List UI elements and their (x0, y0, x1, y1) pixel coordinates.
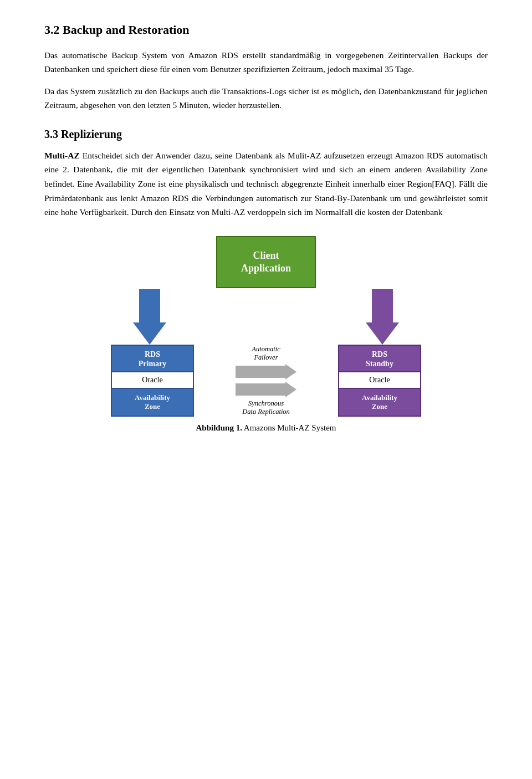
failover-arrow-stem (236, 366, 285, 378)
diagram-caption: Abbildung 1. Amazons Multi-AZ System (196, 423, 336, 433)
sync-arrow-head (285, 382, 296, 397)
multi-az-label: Multi-AZ (44, 151, 80, 160)
sync-label: Synchronous Data Replication (242, 399, 290, 416)
sync-arrow (236, 382, 296, 397)
paragraph-1: Das automatische Backup System von Amazo… (44, 48, 488, 76)
failover-arrow (236, 364, 296, 380)
rds-standby-oracle: Oracle (338, 372, 421, 388)
caption-text: Amazons Multi-AZ System (244, 423, 336, 432)
rds-standby-zone: AvailabilityZone (338, 388, 421, 417)
left-arrow-col (127, 289, 172, 345)
rds-primary-zone: AvailabilityZone (111, 388, 194, 417)
blue-arrow-head (133, 322, 166, 345)
section-title: 3.2 Backup and Restoration (44, 22, 488, 38)
purple-arrow-stem (372, 289, 393, 322)
failover-arrow-head (285, 364, 296, 380)
subsection-title: 3.3 Replizierung (44, 128, 488, 141)
rds-primary-oracle: Oracle (111, 372, 194, 388)
rds-standby-box: RDSStandby Oracle AvailabilityZone (338, 345, 421, 417)
purple-arrow-head (366, 322, 399, 345)
client-line1: Client (253, 250, 279, 261)
failover-label: Automatic Failover (252, 345, 280, 362)
rds-primary-top: RDSPrimary (111, 345, 194, 372)
diagram: Client Application RDSPrimary Oracle Ava… (100, 236, 432, 433)
client-line2: Application (241, 263, 291, 274)
middle-row: RDSPrimary Oracle AvailabilityZone Autom… (111, 345, 421, 417)
paragraph-3-text: Entscheidet sich der Anwender dazu, sein… (44, 151, 488, 217)
paragraph-3: Multi-AZ Entscheidet sich der Anwender d… (44, 148, 488, 219)
blue-down-arrow (133, 289, 166, 345)
right-arrow-col (360, 289, 405, 345)
rds-standby-top: RDSStandby (338, 345, 421, 372)
paragraph-2: Da das System zusätzlich zu den Backups … (44, 84, 488, 112)
blue-arrow-stem (139, 289, 160, 322)
sync-arrow-stem (236, 383, 285, 396)
purple-down-arrow (366, 289, 399, 345)
client-application-box: Client Application (216, 236, 316, 289)
middle-arrows: Automatic Failover Synchronous Data Repl… (236, 345, 296, 416)
top-arrows-section (127, 289, 405, 345)
rds-primary-box: RDSPrimary Oracle AvailabilityZone (111, 345, 194, 417)
caption-bold: Abbildung 1. (196, 423, 242, 432)
